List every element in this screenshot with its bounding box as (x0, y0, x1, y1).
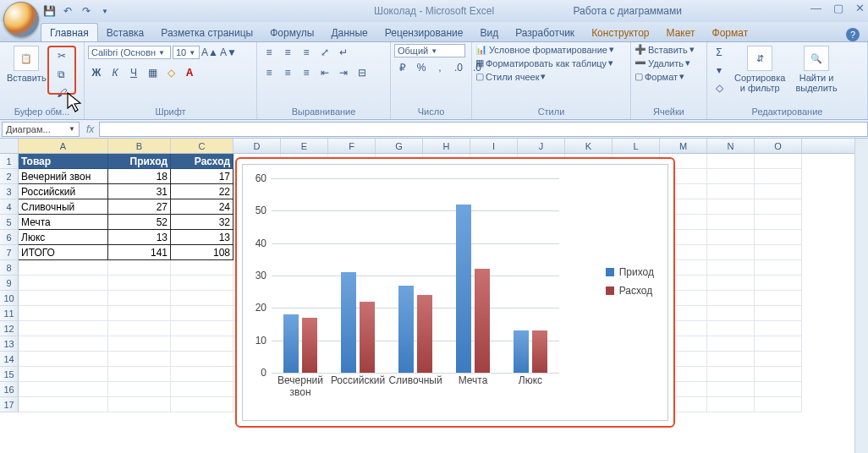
decrease-font-icon[interactable]: A▼ (220, 44, 237, 61)
row-header[interactable]: 16 (0, 382, 19, 397)
col-header[interactable]: D (233, 139, 281, 153)
cell[interactable] (19, 382, 108, 397)
align-middle-icon[interactable]: ≡ (279, 44, 296, 61)
cell[interactable] (755, 276, 802, 291)
cell[interactable] (108, 397, 171, 412)
bar[interactable] (283, 314, 299, 373)
cell[interactable] (707, 215, 755, 230)
row-header[interactable]: 13 (0, 336, 19, 352)
col-header[interactable]: J (518, 139, 565, 153)
cell[interactable]: Мечта (19, 215, 108, 230)
cell[interactable] (108, 306, 171, 321)
bar[interactable] (532, 330, 547, 373)
cell[interactable] (755, 336, 802, 352)
cell[interactable]: 52 (108, 215, 171, 230)
cell[interactable]: 31 (108, 184, 171, 199)
row-header[interactable]: 8 (0, 260, 19, 276)
cell[interactable] (108, 367, 171, 382)
tab-home[interactable]: Главная (41, 23, 98, 41)
help-icon[interactable]: ? (846, 28, 860, 41)
cell[interactable] (755, 215, 802, 230)
align-center-icon[interactable]: ≡ (279, 64, 296, 81)
currency-icon[interactable]: ₽ (394, 59, 411, 76)
cell[interactable]: 24 (171, 199, 233, 215)
bar[interactable] (514, 330, 529, 373)
bar[interactable] (398, 286, 414, 374)
cell[interactable]: Люкс (19, 230, 108, 245)
border-button[interactable]: ▦ (144, 64, 161, 81)
cell[interactable] (108, 291, 171, 306)
tab-design[interactable]: Конструктор (583, 24, 657, 41)
cell[interactable] (171, 382, 233, 397)
save-icon[interactable]: 💾 (42, 4, 56, 18)
cell[interactable] (171, 367, 233, 382)
cell[interactable] (707, 352, 755, 367)
align-left-icon[interactable]: ≡ (261, 64, 277, 81)
redo-icon[interactable]: ↷ (80, 4, 93, 18)
col-header[interactable]: A (19, 139, 108, 153)
cell[interactable] (755, 199, 802, 215)
col-header[interactable]: B (108, 139, 171, 153)
undo-icon[interactable]: ↶ (61, 4, 74, 18)
cell[interactable] (707, 382, 755, 397)
cell[interactable] (755, 291, 802, 306)
percent-icon[interactable]: % (413, 59, 430, 76)
cell[interactable] (108, 276, 171, 291)
formula-input[interactable] (99, 122, 868, 137)
cell[interactable] (707, 276, 755, 291)
merge-icon[interactable]: ⊟ (354, 64, 371, 81)
worksheet-grid[interactable]: A B C D E F G H I J K L M N O 1ТоварПрих… (0, 139, 868, 450)
increase-indent-icon[interactable]: ⇥ (335, 64, 352, 81)
cell[interactable] (171, 336, 233, 352)
format-table-button[interactable]: ▦ Форматировать как таблицу ▾ (475, 57, 613, 68)
cell[interactable] (755, 397, 802, 412)
row-header[interactable]: 5 (0, 215, 19, 230)
tab-formulas[interactable]: Формулы (261, 24, 322, 41)
autosum-icon[interactable]: Σ (711, 44, 728, 61)
cell[interactable] (19, 321, 108, 336)
tab-layout[interactable]: Разметка страницы (152, 24, 261, 41)
cell[interactable] (108, 352, 171, 367)
row-header[interactable]: 6 (0, 230, 19, 245)
col-header[interactable]: E (281, 139, 328, 153)
delete-cells-button[interactable]: ➖ Удалить ▾ (635, 57, 690, 68)
chart-legend[interactable]: Приход Расход (606, 266, 654, 303)
insert-cells-button[interactable]: ➕ Вставить ▾ (635, 44, 695, 55)
cell[interactable] (19, 291, 108, 306)
cell[interactable] (707, 184, 755, 199)
paste-button[interactable]: 📋 Вставить (3, 44, 50, 85)
col-header[interactable]: M (660, 139, 707, 153)
cell[interactable] (707, 154, 755, 169)
chart-plot-area[interactable]: 0102030405060 (272, 178, 559, 373)
col-header[interactable]: O (755, 139, 802, 153)
close-icon[interactable]: ✕ (855, 2, 865, 14)
cell[interactable]: 32 (171, 215, 233, 230)
vertical-scrollbar[interactable] (854, 139, 868, 453)
chart-object[interactable]: 0102030405060 Приход Расход Вечерний зво… (242, 164, 668, 421)
cell[interactable]: 13 (171, 230, 233, 245)
cell[interactable] (171, 397, 233, 412)
cell[interactable]: Приход (108, 154, 171, 169)
cell[interactable]: Российский (19, 184, 108, 199)
cell[interactable]: 18 (108, 169, 171, 184)
increase-font-icon[interactable]: A▲ (201, 44, 218, 61)
cell[interactable]: 22 (171, 184, 233, 199)
cell[interactable] (171, 291, 233, 306)
cell[interactable] (707, 260, 755, 276)
cell[interactable] (755, 169, 802, 184)
qat-dropdown-icon[interactable]: ▼ (98, 4, 112, 18)
align-right-icon[interactable]: ≡ (298, 64, 315, 81)
bar[interactable] (360, 302, 375, 373)
cell[interactable] (108, 382, 171, 397)
cell[interactable]: ИТОГО (19, 245, 108, 260)
bar[interactable] (302, 318, 317, 373)
cell[interactable] (707, 245, 755, 260)
italic-button[interactable]: К (107, 64, 124, 81)
cell[interactable] (755, 245, 802, 260)
cell[interactable]: Вечерний звон (19, 169, 108, 184)
col-header[interactable]: C (171, 139, 233, 153)
underline-button[interactable]: Ч (125, 64, 142, 81)
cell[interactable] (707, 397, 755, 412)
col-header[interactable]: G (376, 139, 423, 153)
tab-developer[interactable]: Разработчик (507, 24, 583, 41)
